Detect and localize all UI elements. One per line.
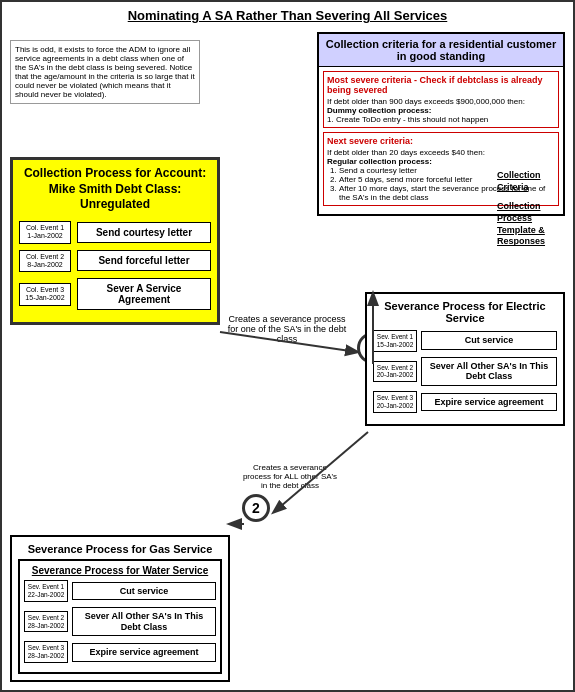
page-wrapper: Nominating A SA Rather Than Severing All…	[0, 0, 575, 692]
water-event-row-3: Sev. Event 328-Jan-2002 Expire service a…	[24, 641, 216, 663]
electric-event-badge-1: Sev. Event 115-Jan-2002	[373, 330, 417, 352]
event-action-1: Send courtesy letter	[77, 222, 211, 243]
water-severance-box: Severance Process for Water Service Sev.…	[18, 559, 222, 674]
right-labels: Collection Criteria Collection Process T…	[497, 170, 565, 256]
gas-severance-box: Severance Process for Gas Service Severa…	[10, 535, 230, 682]
electric-event-row-2: Sev. Event 220-Jan-2002 Sever All Other …	[373, 357, 557, 387]
electric-event-badge-2: Sev. Event 220-Jan-2002	[373, 361, 417, 383]
water-event-row-1: Sev. Event 122-Jan-2002 Cut service	[24, 580, 216, 602]
right-label-2: Collection Process Template & Responses	[497, 201, 565, 248]
water-event-action-1: Cut service	[72, 582, 216, 601]
electric-event-row-1: Sev. Event 115-Jan-2002 Cut service	[373, 330, 557, 352]
regular-process-label: Regular collection process:	[327, 157, 432, 166]
event-badge-2: Col. Event 28-Jan-2002	[19, 250, 71, 273]
electric-event-action-3: Expire service agreement	[421, 393, 557, 412]
electric-event-row-3: Sev. Event 320-Jan-2002 Expire service a…	[373, 391, 557, 413]
event-row-3: Col. Event 315-Jan-2002 Sever A Service …	[19, 278, 211, 310]
gas-severance-title: Severance Process for Gas Service	[18, 543, 222, 555]
next-severe-title: Next severe criteria:	[327, 136, 555, 146]
collection-criteria-title: Collection criteria for a residential cu…	[319, 34, 563, 67]
event-badge-3: Col. Event 315-Jan-2002	[19, 283, 71, 306]
event-action-2: Send forceful letter	[77, 250, 211, 271]
collection-process-box: Collection Process for Account: Mike Smi…	[10, 157, 220, 325]
circle-2: 2	[242, 494, 270, 522]
electric-event-action-2: Sever All Other SA's In This Debt Class	[421, 357, 557, 387]
page-title: Nominating A SA Rather Than Severing All…	[2, 2, 573, 27]
top-left-note: This is odd, it exists to force the ADM …	[10, 40, 200, 104]
water-event-action-3: Expire service agreement	[72, 643, 216, 662]
severance-creates-label: Creates a severance process for one of t…	[222, 314, 352, 344]
electric-severance-box: Severance Process for Electric Service S…	[365, 292, 565, 426]
collection-process-title: Collection Process for Account: Mike Smi…	[19, 166, 211, 213]
water-event-badge-2: Sev. Event 228-Jan-2002	[24, 611, 68, 633]
event-action-3: Sever A Service Agreement	[77, 278, 211, 310]
right-label-1: Collection Criteria	[497, 170, 565, 193]
creates-all-label: Creates a severance process for ALL othe…	[240, 463, 340, 490]
event-row-1: Col. Event 11-Jan-2002 Send courtesy let…	[19, 221, 211, 244]
water-event-badge-3: Sev. Event 328-Jan-2002	[24, 641, 68, 663]
water-severance-title: Severance Process for Water Service	[24, 565, 216, 576]
water-event-row-2: Sev. Event 228-Jan-2002 Sever All Other …	[24, 607, 216, 637]
most-severe-section: Most severe criteria - Check if debtclas…	[323, 71, 559, 128]
most-severe-body: If debt older than 900 days exceeds $900…	[327, 97, 555, 124]
electric-severance-title: Severance Process for Electric Service	[373, 300, 557, 324]
electric-event-badge-3: Sev. Event 320-Jan-2002	[373, 391, 417, 413]
electric-event-action-1: Cut service	[421, 331, 557, 350]
water-event-action-2: Sever All Other SA's In This Debt Class	[72, 607, 216, 637]
most-severe-title: Most severe criteria - Check if debtclas…	[327, 75, 555, 95]
event-row-2: Col. Event 28-Jan-2002 Send forceful let…	[19, 250, 211, 273]
event-badge-1: Col. Event 11-Jan-2002	[19, 221, 71, 244]
water-event-badge-1: Sev. Event 122-Jan-2002	[24, 580, 68, 602]
top-note-text: This is odd, it exists to force the ADM …	[15, 45, 195, 99]
